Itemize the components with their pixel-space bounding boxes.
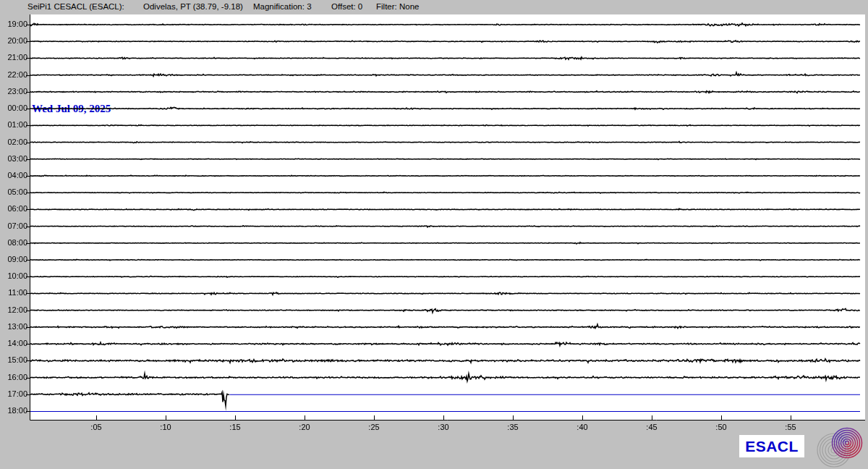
hour-label: 03:00 (0, 154, 27, 163)
hour-label: 01:00 (0, 120, 27, 129)
hour-label: 16:00 (0, 373, 27, 381)
hour-label: 12:00 (0, 305, 27, 314)
minute-label: :15 (224, 423, 246, 431)
hour-label: 19:00 (0, 20, 27, 28)
hour-label: 06:00 (0, 204, 27, 213)
minute-label: :50 (710, 423, 732, 431)
esacl-logo-text: ESACL (745, 438, 799, 455)
minute-label: :25 (363, 423, 385, 431)
hour-label: 00:00 (0, 103, 27, 112)
hour-label: 04:00 (0, 171, 27, 179)
hour-label: 20:00 (0, 36, 27, 45)
hour-label: 05:00 (0, 187, 27, 196)
minute-label: :55 (780, 423, 801, 431)
hour-label: 09:00 (0, 255, 27, 263)
hour-label: 17:00 (0, 389, 27, 398)
hour-label: 07:00 (0, 221, 27, 230)
helicorder-traces-canvas (0, 0, 868, 469)
hour-label: 08:00 (0, 238, 27, 247)
hour-label: 10:00 (0, 271, 27, 280)
minute-label: :40 (571, 423, 593, 431)
minute-label: :20 (294, 423, 315, 431)
hour-label: 15:00 (0, 355, 27, 364)
hour-label: 02:00 (0, 138, 27, 146)
minute-label: :45 (641, 423, 663, 431)
minute-label: :35 (502, 423, 524, 431)
hour-label: 21:00 (0, 53, 27, 62)
minute-label: :10 (155, 423, 176, 431)
hour-label: 22:00 (0, 70, 27, 79)
minute-label: :30 (433, 423, 454, 431)
hour-label: 23:00 (0, 87, 27, 96)
hour-label: 14:00 (0, 339, 27, 347)
seismogram-spiral-icon (815, 427, 866, 469)
hour-label: 13:00 (0, 322, 27, 331)
esacl-logo-box: ESACL (739, 435, 804, 457)
minute-label: :05 (85, 423, 107, 431)
hour-label: 11:00 (0, 288, 27, 297)
hour-label: 18:00 (0, 406, 27, 415)
